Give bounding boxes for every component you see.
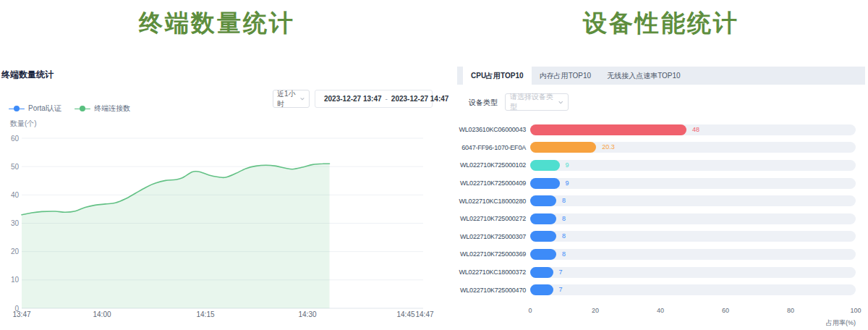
x-tick-label: 14:15 xyxy=(196,310,214,318)
bar-track: 8 xyxy=(530,213,856,224)
device-type-select[interactable]: 请选择设备类型 xyxy=(505,93,569,111)
bar-row: WL022710K725000272 8 xyxy=(457,210,865,228)
bar-value-bar xyxy=(530,124,686,135)
legend-item-0[interactable]: Portal认证 xyxy=(9,103,61,114)
bar-track: 8 xyxy=(530,249,856,260)
bar-value-bar xyxy=(530,142,596,153)
bar-value-bar xyxy=(530,160,560,171)
bar-value-label: 8 xyxy=(562,232,566,240)
bar-value-bar xyxy=(530,249,556,260)
bar-chart-x-axis-label: 占用率(%) xyxy=(826,318,856,328)
bar-value-bar xyxy=(530,231,556,242)
bar-row: WL022710KC18000280 8 xyxy=(457,192,865,210)
y-tick-label: 30 xyxy=(11,219,20,227)
cpu-top10-bar-chart: WL023610KC06000043 48 6047-FF96-1070-EF0… xyxy=(457,121,865,299)
bar-row: WL022710K725000369 8 xyxy=(457,245,865,263)
bar-value-label: 7 xyxy=(559,268,563,276)
bar-track: 8 xyxy=(530,195,856,206)
terminal-line-chart: 数量(个)010203040506013:4714:0014:1514:3014… xyxy=(0,116,434,330)
bar-value-bar xyxy=(530,178,560,189)
bar-row: WL022710K725000470 7 xyxy=(457,281,865,299)
tab-内存占用TOP10[interactable]: 内存占用TOP10 xyxy=(532,67,600,85)
x-tick-label: 0 xyxy=(528,307,532,314)
bar-value-bar xyxy=(530,213,556,224)
bar-value-label: 9 xyxy=(566,161,569,169)
bar-row: WL022710K725000409 9 xyxy=(457,174,865,192)
time-range-select[interactable]: 近1小时 xyxy=(273,90,310,108)
x-tick-label: 80 xyxy=(787,307,794,314)
bar-value-label: 48 xyxy=(692,126,699,134)
chart-card-title: 终端数量统计 xyxy=(1,69,54,81)
device-name-label: 6047-FF96-1070-EF0A xyxy=(457,144,526,151)
device-type-placeholder: 请选择设备类型 xyxy=(510,92,558,112)
x-tick-label: 14:45 xyxy=(396,310,414,318)
y-tick-label: 60 xyxy=(11,135,20,143)
device-performance-panel: 设备性能统计 CPU占用TOP10内存占用TOP10无线接入点速率TOP10 设… xyxy=(457,0,865,330)
x-tick-label: 14:00 xyxy=(93,310,111,318)
bar-track: 9 xyxy=(530,160,856,171)
legend-marker-icon xyxy=(75,106,90,111)
bar-row: WL022710KC18000372 7 xyxy=(457,263,865,282)
terminal-stats-panel: 终端数量统计 终端数量统计 近1小时 2023-12-27 13:47 - 20… xyxy=(0,0,434,330)
line-chart-legend: Portal认证 终端连接数 xyxy=(9,103,130,114)
x-tick-label: 60 xyxy=(722,307,729,314)
device-name-label: WL022710K725000409 xyxy=(457,179,526,187)
bar-value-bar xyxy=(530,267,553,278)
legend-item-label: 终端连接数 xyxy=(94,103,130,114)
x-tick-label: 20 xyxy=(592,307,599,314)
bar-value-bar xyxy=(530,195,556,206)
date-range-picker[interactable]: 2023-12-27 13:47 - 2023-12-27 14:47 xyxy=(315,90,433,108)
bar-value-label: 20.3 xyxy=(602,143,615,151)
date-range-start: 2023-12-27 13:47 xyxy=(324,95,382,103)
right-page-title: 设备性能统计 xyxy=(457,7,865,40)
bar-track: 7 xyxy=(530,284,856,295)
left-page-title: 终端数量统计 xyxy=(0,7,434,40)
date-range-end: 2023-12-27 14:47 xyxy=(391,95,449,103)
tab-无线接入点速率TOP10[interactable]: 无线接入点速率TOP10 xyxy=(599,67,689,85)
device-name-label: WL022710K725000272 xyxy=(457,215,526,222)
device-name-label: WL022710K725000307 xyxy=(457,233,526,240)
legend-marker-icon xyxy=(9,106,25,111)
y-tick-label: 10 xyxy=(11,276,20,284)
device-name-label: WL022710K725000470 xyxy=(457,287,526,294)
bar-track: 8 xyxy=(530,231,856,242)
bar-row: WL023610KC06000043 48 xyxy=(457,121,865,139)
tab-CPU占用TOP10[interactable]: CPU占用TOP10 xyxy=(463,67,532,85)
y-tick-label: 20 xyxy=(11,248,20,255)
time-range-value: 近1小时 xyxy=(277,89,299,109)
bar-value-label: 8 xyxy=(562,215,566,223)
bar-chart-x-axis: 020406080100 xyxy=(530,307,856,316)
device-type-label: 设备类型 xyxy=(469,98,498,108)
bar-track: 48 xyxy=(530,124,856,135)
x-tick-label: 14:47 xyxy=(415,310,433,318)
bar-row: WL022710K725000307 8 xyxy=(457,228,865,246)
x-tick-label: 100 xyxy=(850,307,861,314)
y-axis-label: 数量(个) xyxy=(9,119,37,127)
bar-value-label: 7 xyxy=(559,286,563,294)
date-range-separator: - xyxy=(386,95,388,103)
bar-track: 9 xyxy=(530,178,856,189)
y-tick-label: 50 xyxy=(11,163,20,171)
y-tick-label: 40 xyxy=(11,191,20,199)
device-name-label: WL023610KC06000043 xyxy=(457,126,526,133)
device-name-label: WL022710KC18000372 xyxy=(457,268,526,276)
bar-value-label: 8 xyxy=(562,250,566,258)
bar-value-bar xyxy=(530,284,553,295)
bar-row: WL022710K725000102 9 xyxy=(457,156,865,174)
bar-track: 7 xyxy=(530,267,856,278)
x-tick-label: 40 xyxy=(657,307,664,314)
legend-item-label: Portal认证 xyxy=(28,103,61,114)
chevron-down-icon xyxy=(558,99,563,106)
bar-row: 6047-FF96-1070-EF0A 20.3 xyxy=(457,139,865,157)
legend-item-1[interactable]: 终端连接数 xyxy=(75,103,130,114)
bar-value-label: 9 xyxy=(566,179,569,187)
bar-value-label: 8 xyxy=(562,197,566,205)
device-name-label: WL022710KC18000280 xyxy=(457,198,526,205)
x-tick-label: 14:30 xyxy=(298,310,316,318)
chevron-down-icon xyxy=(299,96,305,102)
series-area-fill xyxy=(22,164,330,308)
performance-tabbar: CPU占用TOP10内存占用TOP10无线接入点速率TOP10 xyxy=(457,67,865,85)
bar-track: 20.3 xyxy=(530,142,856,153)
device-name-label: WL022710K725000102 xyxy=(457,161,526,169)
x-tick-label: 13:47 xyxy=(12,310,30,318)
